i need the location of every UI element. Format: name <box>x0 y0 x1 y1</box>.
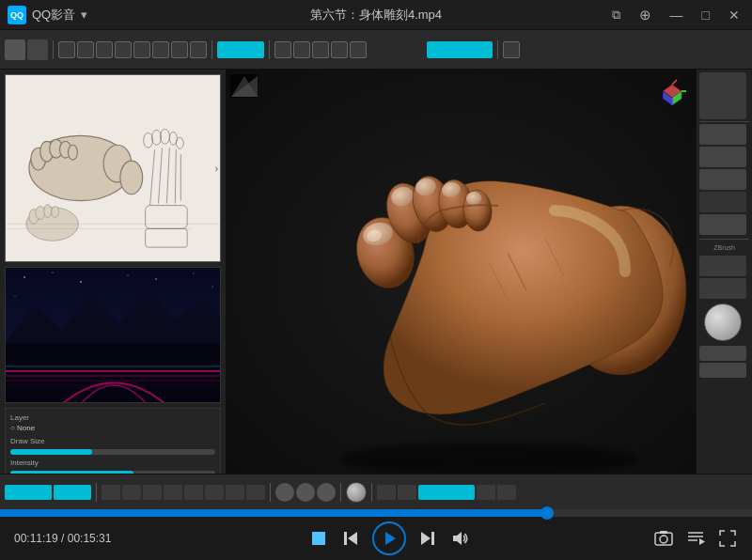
tb-btn-13[interactable] <box>350 41 367 58</box>
bottom-round-3[interactable] <box>317 483 336 502</box>
tb-sep-2 <box>212 40 212 59</box>
pin-button[interactable]: ⊕ <box>634 5 656 25</box>
stop-button[interactable] <box>308 528 329 549</box>
foot-sketch-svg <box>6 75 220 261</box>
right-panel-content: ZBrush <box>697 70 752 381</box>
tb-btn-8[interactable] <box>190 41 207 58</box>
tb-icon-2[interactable] <box>27 39 48 60</box>
app-name: QQ影音 <box>32 7 75 23</box>
bottom-btn-cyan-2[interactable] <box>54 485 91 500</box>
tb-btn-7[interactable] <box>171 41 188 58</box>
tb-icon-1[interactable] <box>5 39 25 60</box>
right-tool-6[interactable] <box>699 256 746 276</box>
right-tool-1[interactable] <box>699 124 746 145</box>
draw-size-slider[interactable] <box>10 449 215 455</box>
bottom-btn-11[interactable] <box>477 485 495 500</box>
tb-cyan-group[interactable] <box>217 41 264 58</box>
right-panel-labels: ZBrush <box>699 243 749 252</box>
right-sphere-preview[interactable] <box>704 303 742 341</box>
snapshot-button[interactable] <box>653 528 674 549</box>
tb-btn-3[interactable] <box>96 41 113 58</box>
tb-btn-14[interactable] <box>503 41 520 58</box>
right-tool-2[interactable] <box>699 147 746 167</box>
right-tool-4[interactable] <box>699 192 746 212</box>
sculpt-left-panel: › <box>0 70 226 474</box>
svg-point-25 <box>44 205 52 218</box>
tb-sep-3 <box>269 40 270 59</box>
next-button[interactable] <box>417 528 438 549</box>
right-tool-9[interactable] <box>699 363 746 378</box>
tb-btn-1[interactable] <box>58 41 75 58</box>
bottom-btn-10[interactable] <box>398 485 416 500</box>
time-current: 00:11:19 <box>14 532 58 545</box>
svg-point-35 <box>194 273 195 274</box>
svg-rect-66 <box>312 532 325 545</box>
tb-btn-11[interactable] <box>312 41 329 58</box>
bottom-btn-3[interactable] <box>143 485 162 500</box>
tb-sep-1 <box>53 40 54 59</box>
maximize-button[interactable]: □ <box>697 6 714 24</box>
bottom-btn-1[interactable] <box>102 485 120 500</box>
app-logo: QQ <box>8 6 26 24</box>
night-scene-thumbnail <box>5 267 221 403</box>
sculpt-bottom-toolbar <box>0 474 752 509</box>
svg-point-9 <box>120 161 143 194</box>
bottom-btn-12[interactable] <box>497 485 516 500</box>
panel-label-3: Intensity <box>10 459 215 467</box>
tb-cyan-right[interactable] <box>427 41 493 58</box>
reference-image: › <box>5 74 221 262</box>
bottom-btn-9[interactable] <box>377 485 396 500</box>
controls-bar: 00:11:19 / 00:15:31 <box>0 517 752 560</box>
right-tool-3[interactable] <box>699 169 746 190</box>
bottom-btn-2[interactable] <box>122 485 141 500</box>
minimize-button[interactable]: — <box>666 6 688 24</box>
tb-btn-10[interactable] <box>293 41 310 58</box>
progress-fill <box>0 509 547 517</box>
svg-rect-39 <box>6 343 221 403</box>
bottom-btn-4[interactable] <box>164 485 182 500</box>
sculpt-software-bg: › <box>0 30 752 509</box>
pip-button[interactable]: ⧉ <box>607 6 625 24</box>
bottom-sphere-preview[interactable] <box>346 482 367 503</box>
svg-marker-69 <box>385 532 396 545</box>
tb-btn-4[interactable] <box>115 41 132 58</box>
tb-sep-4 <box>497 40 498 59</box>
svg-marker-71 <box>421 532 431 545</box>
bottom-round-1[interactable] <box>275 483 294 502</box>
playlist-button[interactable] <box>685 528 706 549</box>
dropdown-arrow[interactable]: ▾ <box>81 8 87 22</box>
progress-bar-area[interactable] <box>0 509 752 517</box>
fullscreen-button[interactable] <box>717 528 738 549</box>
svg-point-32 <box>80 281 82 283</box>
bottom-toolbar-content <box>5 482 747 503</box>
svg-point-31 <box>52 272 53 272</box>
prev-button[interactable] <box>340 528 361 549</box>
close-button[interactable]: ✕ <box>724 6 744 24</box>
right-tool-7[interactable] <box>699 278 746 299</box>
play-button[interactable] <box>372 521 406 555</box>
panel-row-1: ○ None <box>10 424 215 432</box>
bottom-btn-7[interactable] <box>226 485 244 500</box>
right-tool-8[interactable] <box>699 346 746 361</box>
main-3d-viewport[interactable] <box>226 70 696 474</box>
bottom-btn-5[interactable] <box>184 485 203 500</box>
tb-btn-2[interactable] <box>77 41 94 58</box>
right-tool-5[interactable] <box>699 214 746 235</box>
progress-track[interactable] <box>0 509 752 517</box>
tb-btn-12[interactable] <box>331 41 348 58</box>
titlebar: QQ QQ影音 ▾ 第六节：身体雕刻4.mp4 ⧉ ⊕ — □ ✕ <box>0 0 752 30</box>
bottom-btn-cyan-3[interactable] <box>418 485 475 500</box>
bottom-round-2[interactable] <box>296 483 315 502</box>
volume-button[interactable] <box>449 528 470 549</box>
right-tool-main[interactable] <box>699 72 746 119</box>
bottom-btn-8[interactable] <box>246 485 265 500</box>
tb-btn-9[interactable] <box>274 41 291 58</box>
playback-controls <box>125 521 653 555</box>
progress-thumb[interactable] <box>540 506 554 520</box>
tb-btn-5[interactable] <box>133 41 150 58</box>
bottom-btn-6[interactable] <box>205 485 224 500</box>
bottom-btn-cyan-1[interactable] <box>5 485 52 500</box>
tb-btn-6[interactable] <box>152 41 169 58</box>
svg-rect-75 <box>660 531 667 534</box>
ref-scroll-arrow[interactable]: › <box>215 163 218 174</box>
